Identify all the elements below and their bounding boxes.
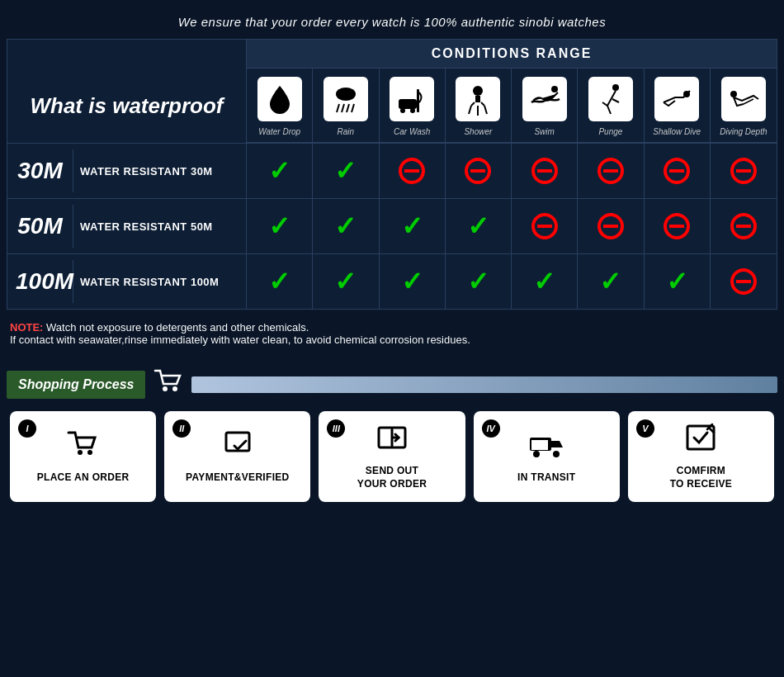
punge-label: Punge <box>598 126 622 137</box>
note-label: NOTE: <box>10 321 43 334</box>
no-icon <box>730 268 757 295</box>
svg-line-3 <box>347 104 349 112</box>
cart-icon <box>153 369 183 400</box>
condition-water-drop: Water Drop <box>247 69 313 143</box>
svg-point-20 <box>730 91 737 97</box>
note-line2: If contact with seawater,rinse immediate… <box>10 334 774 346</box>
no-icon <box>531 158 558 184</box>
row-50m-meter: 50M <box>7 205 73 248</box>
no-icon <box>399 158 425 184</box>
result-100m-7: ✓ <box>645 254 711 309</box>
result-30m-7 <box>645 144 711 198</box>
shopping-divider <box>191 376 777 393</box>
row-100m-meter: 100M <box>7 260 73 303</box>
rain-label: Rain <box>338 126 355 137</box>
diving-depth-icon <box>721 77 766 121</box>
result-30m-2: ✓ <box>313 144 379 198</box>
svg-line-4 <box>352 104 354 112</box>
result-100m-5: ✓ <box>512 254 578 309</box>
process-steps: I PLACE AN ORDER II PAYMENT&VERIFIED <box>7 411 777 502</box>
svg-point-23 <box>78 450 83 455</box>
svg-point-0 <box>336 88 356 101</box>
svg-line-2 <box>342 104 344 112</box>
step1-number: I <box>18 419 36 438</box>
svg-point-6 <box>400 108 405 113</box>
conditions-row: What is waterproof Water Drop <box>7 69 777 143</box>
no-icon <box>531 213 558 239</box>
shallow-dive-icon <box>654 77 699 121</box>
row-30m-label: 30M WATER RESISTANT 30M <box>7 144 247 198</box>
note-section: NOTE: Watch not exposure to detergents a… <box>0 310 784 354</box>
confirm-icon <box>684 423 717 458</box>
check-icon: ✓ <box>268 155 290 187</box>
shower-label: Shower <box>464 126 492 137</box>
row-30m-meter: 30M <box>7 149 73 192</box>
punge-icon <box>588 77 633 121</box>
check-icon: ✓ <box>533 266 555 297</box>
condition-punge: Punge <box>578 69 644 143</box>
condition-shallow-dive: Shallow Dive <box>645 69 711 143</box>
result-30m-6 <box>578 144 644 198</box>
car-wash-icon <box>390 77 434 121</box>
svg-line-14 <box>471 102 475 106</box>
no-icon <box>730 213 757 239</box>
header-tagline: We ensure that your order every watch is… <box>0 0 784 39</box>
svg-point-21 <box>163 386 168 391</box>
svg-point-9 <box>473 86 483 96</box>
waterproof-title: What is waterproof <box>30 93 223 119</box>
result-50m-7 <box>645 199 711 253</box>
check-icon: ✓ <box>334 266 357 297</box>
svg-point-29 <box>553 451 560 457</box>
result-50m-5 <box>512 199 578 253</box>
result-30m-8 <box>711 144 777 198</box>
diving-depth-label: Diving Depth <box>720 126 767 137</box>
left-header: What is waterproof <box>7 69 247 143</box>
result-100m-1: ✓ <box>247 254 313 309</box>
svg-line-13 <box>484 106 487 114</box>
condition-shower: Shower <box>446 69 512 143</box>
result-50m-3: ✓ <box>380 199 446 253</box>
step5-label: COMFIRM TO RECEIVE <box>670 465 732 490</box>
note-line1: NOTE: Watch not exposure to detergents a… <box>10 321 774 334</box>
shopping-section: Shopping Process I PLACE AN ORDER <box>0 369 784 502</box>
row-100m-cells: ✓ ✓ ✓ ✓ ✓ ✓ ✓ <box>247 254 777 309</box>
result-50m-2: ✓ <box>313 199 379 253</box>
result-30m-3 <box>380 144 446 198</box>
svg-point-28 <box>533 451 540 457</box>
step2-number: II <box>172 419 191 438</box>
check-icon: ✓ <box>467 211 489 242</box>
check-icon: ✓ <box>334 155 357 187</box>
step2-label: PAYMENT&VERIFIED <box>186 471 290 485</box>
svg-line-15 <box>481 102 484 106</box>
rain-icon <box>324 77 368 121</box>
result-100m-4: ✓ <box>446 254 512 309</box>
check-icon: ✓ <box>599 266 621 297</box>
condition-diving-depth: Diving Depth <box>711 69 777 143</box>
place-order-icon <box>67 429 100 465</box>
step-place-order: I PLACE AN ORDER <box>10 411 156 502</box>
svg-line-11 <box>469 106 471 114</box>
step5-number: V <box>636 419 654 438</box>
step-payment: II PAYMENT&VERIFIED <box>164 411 310 502</box>
conditions-header: CONDITIONS RANGE <box>247 40 777 69</box>
svg-point-18 <box>612 84 619 91</box>
row-50m-label: 50M WATER RESISTANT 50M <box>7 199 247 253</box>
svg-point-17 <box>552 87 557 92</box>
conditions-grid: Water Drop Rain <box>247 69 777 143</box>
check-icon: ✓ <box>334 211 357 242</box>
step4-label: IN TRANSIT <box>517 471 575 485</box>
svg-point-24 <box>87 450 92 455</box>
svg-point-7 <box>410 108 415 113</box>
no-icon <box>664 213 690 239</box>
no-icon <box>597 213 624 239</box>
row-100m: 100M WATER RESISTANT 100M ✓ ✓ ✓ ✓ ✓ ✓ ✓ <box>7 253 777 309</box>
result-50m-8 <box>711 199 777 253</box>
step3-label: SEND OUT YOUR ORDER <box>357 465 427 490</box>
step3-number: III <box>327 419 345 438</box>
shopping-title: Shopping Process <box>7 371 145 399</box>
water-drop-label: Water Drop <box>258 126 300 137</box>
condition-rain: Rain <box>313 69 379 143</box>
check-icon: ✓ <box>401 266 423 297</box>
step-in-transit: IV IN TRANSIT <box>474 411 620 502</box>
swim-label: Swim <box>534 126 554 137</box>
